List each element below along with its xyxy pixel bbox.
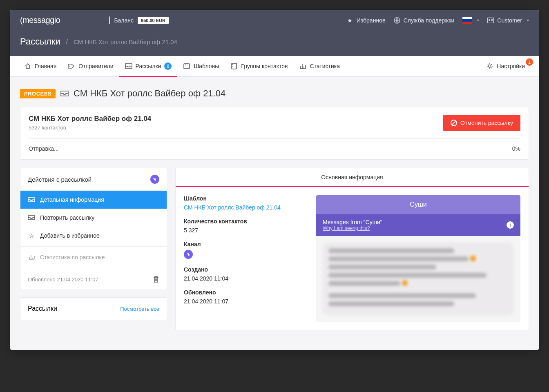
inbox-icon — [28, 197, 35, 202]
action-repeat-label: Повторить рассылку — [40, 214, 94, 221]
view-all-link[interactable]: Посмотреть все — [120, 306, 159, 312]
svg-rect-8 — [232, 63, 237, 69]
tab-senders-label: Отправители — [78, 63, 113, 69]
status-badge: PROCESS — [20, 89, 56, 98]
action-repeat[interactable]: Повторить рассылку — [20, 209, 167, 227]
svg-point-5 — [69, 66, 70, 67]
cancel-campaign-button[interactable]: Отменить рассылку — [443, 115, 520, 131]
contacts-count: 5327 контактов — [29, 125, 151, 131]
svg-rect-6 — [184, 64, 190, 69]
campaign-name: СМ НКБ Хот роллс Вайбер оф 21.04 — [29, 115, 151, 123]
action-detail[interactable]: Детальная информация — [20, 191, 167, 209]
message-bubble — [323, 243, 514, 315]
sending-status: Отправка... — [29, 145, 59, 152]
viber-icon — [184, 250, 193, 259]
contacts-icon — [230, 63, 238, 69]
updated-label: Обновлено — [184, 289, 306, 296]
action-stats[interactable]: Статистика по рассылке — [20, 248, 167, 266]
cancel-button-label: Отменить рассылку — [460, 120, 513, 126]
gear-icon — [486, 63, 493, 69]
channel-label: Канал — [184, 241, 306, 247]
created-label: Создано — [184, 266, 306, 273]
chevron-down-icon: ▾ — [527, 18, 529, 22]
inbox-icon — [60, 91, 69, 96]
breadcrumb-separator: / — [66, 38, 68, 45]
action-favorite[interactable]: ☆ Добавить в избранное — [20, 227, 167, 245]
svg-rect-7 — [185, 65, 186, 65]
tab-stats-label: Статистика — [310, 63, 340, 69]
globe-icon — [394, 17, 400, 24]
star-icon: ★ — [347, 17, 353, 24]
preview-from: Messages from "Суши" — [323, 219, 382, 225]
tag-icon — [68, 63, 75, 69]
page-header: PROCESS СМ НКБ Хот роллс Вайбер оф 21.04 — [20, 88, 529, 99]
topbar: (messaggio Баланс 950.00 EUR ★ Избранное… — [10, 10, 539, 31]
tab-home[interactable]: Главная — [18, 56, 62, 76]
svg-rect-10 — [232, 66, 233, 67]
support-link[interactable]: Служба поддержки — [394, 17, 455, 24]
tab-contacts-label: Группы контактов — [241, 63, 288, 69]
svg-point-11 — [489, 65, 491, 67]
favorites-link[interactable]: ★ Избранное — [347, 17, 386, 24]
tab-campaigns[interactable]: Рассылки 8 — [119, 56, 178, 76]
updated-text: Обновлено 21.04.2020 11:07 — [28, 276, 98, 283]
template-icon — [183, 63, 190, 69]
updated-value: 21.04.2020 11:07 — [184, 298, 306, 305]
ban-icon — [451, 120, 457, 126]
tab-settings[interactable]: Настройки — [480, 56, 531, 76]
breadcrumb-section[interactable]: Рассылки — [20, 36, 60, 47]
customer-label: Customer — [497, 17, 522, 24]
campaigns-count-badge: 8 — [164, 62, 172, 70]
balance-label: Баланс — [114, 17, 134, 24]
tab-home-label: Главная — [35, 63, 56, 69]
tab-contacts[interactable]: Группы контактов — [225, 56, 293, 76]
wallet-icon — [109, 17, 110, 24]
breadcrumb: Рассылки / СМ НКБ Хот роллс Вайбер оф 21… — [10, 31, 539, 56]
sending-percent: 0% — [512, 145, 520, 152]
tab-templates[interactable]: Шаблоны — [177, 56, 225, 76]
action-favorite-label: Добавить в избранное — [40, 232, 100, 239]
campaigns-list-title: Рассылки — [28, 305, 57, 312]
svg-point-2 — [489, 19, 490, 21]
tab-settings-label: Настройки — [497, 63, 525, 69]
message-preview: Суши Messages from "Суши" Why I am seeng… — [316, 195, 520, 322]
tab-senders[interactable]: Отправители — [62, 56, 119, 76]
created-value: 21.04.2020 11:04 — [184, 275, 306, 282]
language-switcher[interactable]: ▾ — [462, 17, 479, 24]
star-icon: ☆ — [28, 232, 35, 239]
svg-rect-3 — [491, 19, 493, 20]
tab-campaigns-label: Рассылки — [136, 63, 161, 69]
tab-stats[interactable]: Статистика — [293, 56, 346, 76]
chart-icon — [299, 63, 306, 69]
action-detail-label: Детальная информация — [40, 196, 104, 203]
customer-menu[interactable]: Customer ▾ — [487, 17, 529, 24]
flag-russia-icon — [462, 17, 472, 24]
preview-why-link[interactable]: Why I am seeng this? — [323, 225, 382, 231]
template-label: Шаблон — [184, 195, 306, 202]
inbox-icon — [28, 215, 35, 220]
delete-button[interactable] — [153, 276, 159, 283]
template-link[interactable]: СМ НКБ Хот роллс Вайбер оф 21.04 — [184, 204, 306, 211]
count-label: Количество контактов — [184, 218, 306, 225]
svg-rect-4 — [491, 20, 493, 21]
info-tab[interactable]: Основная информация — [176, 168, 529, 187]
inbox-icon — [125, 63, 132, 69]
favorites-label: Избранное — [357, 17, 386, 24]
support-label: Служба поддержки — [404, 17, 455, 24]
home-icon — [24, 63, 31, 69]
balance-block[interactable]: Баланс 950.00 EUR — [109, 17, 169, 24]
preview-sender: Суши — [316, 195, 520, 214]
svg-rect-9 — [232, 64, 233, 65]
viber-icon — [150, 175, 159, 184]
chart-icon — [28, 255, 35, 260]
nav-tabs: Главная Отправители Рассылки 8 Шаблоны Г… — [10, 56, 539, 77]
tab-templates-label: Шаблоны — [194, 63, 219, 69]
info-icon[interactable]: i — [507, 221, 514, 229]
breadcrumb-page: СМ НКБ Хот роллс Вайбер оф 21.04 — [74, 38, 177, 45]
chevron-down-icon: ▾ — [477, 18, 479, 22]
logo[interactable]: (messaggio — [20, 16, 60, 25]
balance-value: 950.00 EUR — [138, 17, 169, 24]
settings-badge: 1 — [526, 58, 533, 66]
actions-title: Действия с рассылкой — [28, 176, 92, 183]
id-card-icon — [487, 17, 494, 24]
